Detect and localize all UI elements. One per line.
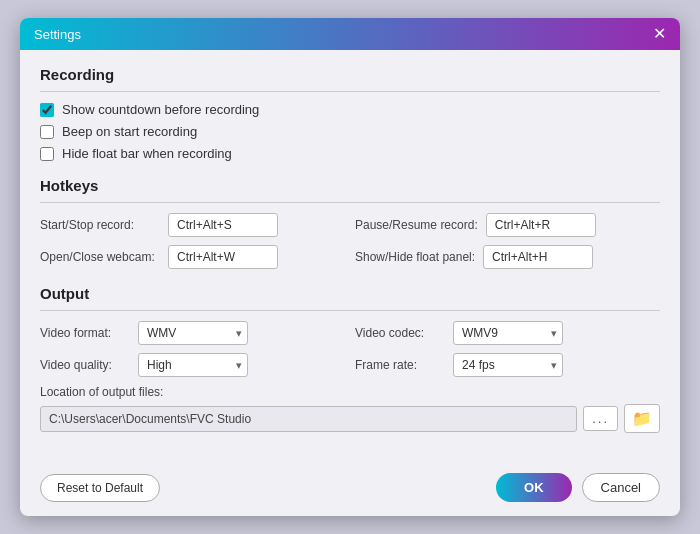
- webcam-row: Open/Close webcam:: [40, 245, 345, 269]
- start-stop-label: Start/Stop record:: [40, 218, 160, 232]
- video-quality-row: Video quality: High Medium Low: [40, 353, 345, 377]
- beep-checkbox[interactable]: [40, 125, 54, 139]
- video-format-row: Video format: WMV MP4 AVI MOV: [40, 321, 345, 345]
- video-quality-label: Video quality:: [40, 358, 130, 372]
- output-grid: Video format: WMV MP4 AVI MOV Video code…: [40, 321, 660, 377]
- countdown-label: Show countdown before recording: [62, 102, 259, 117]
- frame-rate-row: Frame rate: 24 fps 30 fps 60 fps: [355, 353, 660, 377]
- hotkeys-grid: Start/Stop record: Pause/Resume record: …: [40, 213, 660, 269]
- frame-rate-select-wrapper: 24 fps 30 fps 60 fps: [453, 353, 563, 377]
- start-stop-input[interactable]: [168, 213, 278, 237]
- video-quality-select[interactable]: High Medium Low: [138, 353, 248, 377]
- pause-resume-input[interactable]: [486, 213, 596, 237]
- main-content: Recording Show countdown before recordin…: [20, 50, 680, 463]
- settings-dialog: Settings ✕ Recording Show countdown befo…: [20, 18, 680, 516]
- footer: Reset to Default OK Cancel: [20, 463, 680, 516]
- close-button[interactable]: ✕: [653, 26, 666, 42]
- video-format-select-wrapper: WMV MP4 AVI MOV: [138, 321, 248, 345]
- video-format-select[interactable]: WMV MP4 AVI MOV: [138, 321, 248, 345]
- location-input[interactable]: [40, 406, 577, 432]
- beep-label: Beep on start recording: [62, 124, 197, 139]
- reset-button[interactable]: Reset to Default: [40, 474, 160, 502]
- browse-dots-button[interactable]: ...: [583, 406, 618, 431]
- output-title: Output: [40, 285, 660, 302]
- float-panel-label: Show/Hide float panel:: [355, 250, 475, 264]
- recording-divider: [40, 91, 660, 92]
- hotkeys-section: Hotkeys Start/Stop record: Pause/Resume …: [40, 177, 660, 269]
- output-divider: [40, 310, 660, 311]
- location-row: ... 📁: [40, 404, 660, 433]
- pause-resume-row: Pause/Resume record:: [355, 213, 660, 237]
- webcam-input[interactable]: [168, 245, 278, 269]
- footer-right: OK Cancel: [496, 473, 660, 502]
- location-label: Location of output files:: [40, 385, 660, 399]
- recording-title: Recording: [40, 66, 660, 83]
- float-bar-checkbox-row: Hide float bar when recording: [40, 146, 660, 161]
- beep-checkbox-row: Beep on start recording: [40, 124, 660, 139]
- float-panel-input[interactable]: [483, 245, 593, 269]
- float-panel-row: Show/Hide float panel:: [355, 245, 660, 269]
- video-codec-select[interactable]: WMV9 H.264 H.265: [453, 321, 563, 345]
- webcam-label: Open/Close webcam:: [40, 250, 160, 264]
- title-bar: Settings ✕: [20, 18, 680, 50]
- dialog-title: Settings: [34, 27, 81, 42]
- ok-button[interactable]: OK: [496, 473, 572, 502]
- output-section: Output Video format: WMV MP4 AVI MOV: [40, 285, 660, 433]
- video-quality-select-wrapper: High Medium Low: [138, 353, 248, 377]
- cancel-button[interactable]: Cancel: [582, 473, 660, 502]
- start-stop-row: Start/Stop record:: [40, 213, 345, 237]
- pause-resume-label: Pause/Resume record:: [355, 218, 478, 232]
- video-codec-select-wrapper: WMV9 H.264 H.265: [453, 321, 563, 345]
- recording-section: Recording Show countdown before recordin…: [40, 66, 660, 161]
- hotkeys-divider: [40, 202, 660, 203]
- video-format-label: Video format:: [40, 326, 130, 340]
- video-codec-label: Video codec:: [355, 326, 445, 340]
- video-codec-row: Video codec: WMV9 H.264 H.265: [355, 321, 660, 345]
- folder-button[interactable]: 📁: [624, 404, 660, 433]
- hotkeys-title: Hotkeys: [40, 177, 660, 194]
- countdown-checkbox[interactable]: [40, 103, 54, 117]
- frame-rate-label: Frame rate:: [355, 358, 445, 372]
- frame-rate-select[interactable]: 24 fps 30 fps 60 fps: [453, 353, 563, 377]
- float-bar-checkbox[interactable]: [40, 147, 54, 161]
- countdown-checkbox-row: Show countdown before recording: [40, 102, 660, 117]
- float-bar-label: Hide float bar when recording: [62, 146, 232, 161]
